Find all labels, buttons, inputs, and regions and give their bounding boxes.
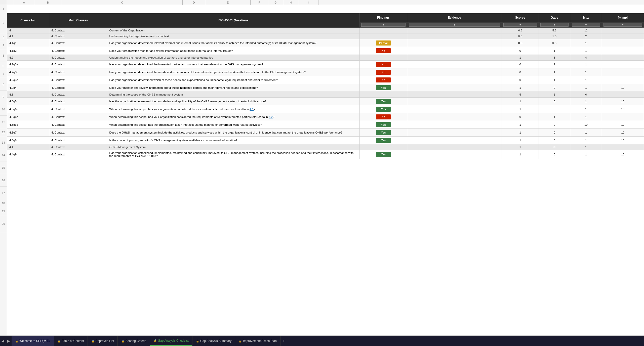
cell-impl: 10 bbox=[602, 129, 644, 137]
col-header-e: E bbox=[205, 0, 251, 5]
header-max: Max bbox=[570, 13, 602, 22]
scores-filter-btn[interactable]: ▼ bbox=[503, 23, 537, 27]
filter-impl[interactable]: ▼ bbox=[602, 22, 644, 28]
cell-main-clause: 4. Context bbox=[49, 105, 107, 113]
finding-badge-partial: Partial bbox=[376, 40, 391, 46]
cell-gap: 1 bbox=[539, 92, 570, 98]
tab-nav-right[interactable]: ▶ bbox=[6, 336, 12, 346]
cell-evidence bbox=[407, 61, 502, 68]
cell-max: 1 bbox=[570, 39, 602, 47]
cell-score: 1 bbox=[502, 105, 539, 113]
filter-evidence[interactable]: ▼ bbox=[407, 22, 502, 28]
table-scroll-area[interactable]: Clause No. Main Clauses ISO 45001 Questi… bbox=[7, 5, 644, 335]
cell-max: 6 bbox=[570, 92, 602, 98]
header-row-main: Clause No. Main Clauses ISO 45001 Questi… bbox=[7, 13, 644, 22]
filter-findings[interactable]: ▼ bbox=[360, 22, 407, 28]
cell-main-clause: 4. Context bbox=[49, 92, 107, 98]
table-row: 4.1 4. Context Understanding the organiz… bbox=[7, 33, 644, 39]
cell-evidence bbox=[407, 28, 502, 33]
col-header-g: G bbox=[268, 0, 283, 5]
tab-improvement-action-plan[interactable]: 🔒 Improvement Action Plan bbox=[235, 336, 280, 346]
header-main-clauses: Main Clauses bbox=[49, 13, 107, 28]
cell-main-clause: 4. Context bbox=[49, 33, 107, 39]
cell-question: Has your organization determined the int… bbox=[107, 61, 360, 68]
col-header-d: D bbox=[183, 0, 205, 5]
table-row: 4.2q3b 4. Context Has your organization … bbox=[7, 68, 644, 76]
cell-max: 1 bbox=[570, 68, 602, 76]
cell-question: Understanding the needs and expectation … bbox=[107, 55, 360, 61]
cell-impl bbox=[602, 33, 644, 39]
cell-finding: No bbox=[360, 47, 407, 55]
cell-clause-no: 4.2 bbox=[7, 55, 49, 61]
table-row: 4.3q7 4. Context Does the OH&S managemen… bbox=[7, 129, 644, 137]
cell-main-clause: 4. Context bbox=[49, 129, 107, 137]
table-row: 4.4q9 4. Context Has your organization e… bbox=[7, 150, 644, 159]
filter-max[interactable]: ▼ bbox=[570, 22, 602, 28]
header-scores: Scores bbox=[502, 13, 539, 22]
impl-filter-btn[interactable]: ▼ bbox=[603, 23, 642, 27]
lock-icon: 🔒 bbox=[196, 340, 199, 342]
cell-gap: 3 bbox=[539, 55, 570, 61]
filter-gaps[interactable]: ▼ bbox=[539, 22, 570, 28]
cell-gap: 0 bbox=[539, 144, 570, 150]
cell-finding: No bbox=[360, 76, 407, 84]
finding-badge-no: No bbox=[376, 62, 391, 67]
cell-finding bbox=[360, 33, 407, 39]
cell-max: 1 bbox=[570, 76, 602, 84]
link-4-2[interactable]: 4.2 bbox=[269, 115, 273, 118]
tab-approved-label: Approved List bbox=[96, 339, 114, 343]
cell-gap: 1 bbox=[539, 61, 570, 68]
cell-max: 1 bbox=[570, 47, 602, 55]
gaps-filter-btn[interactable]: ▼ bbox=[540, 23, 569, 27]
add-sheet-button[interactable]: + bbox=[280, 336, 287, 346]
evidence-filter-btn[interactable]: ▼ bbox=[409, 23, 500, 27]
tab-welcome[interactable]: 🔒 Welcome to SHEQXEL bbox=[12, 336, 54, 346]
cell-finding: Partial bbox=[360, 39, 407, 47]
tab-welcome-label: Welcome to SHEQXEL bbox=[19, 339, 50, 343]
tab-nav-left[interactable]: ◀ bbox=[0, 336, 6, 346]
cell-main-clause: 4. Context bbox=[49, 76, 107, 84]
cell-impl: 10 bbox=[602, 105, 644, 113]
lock-icon: 🔒 bbox=[121, 340, 124, 342]
cell-impl bbox=[602, 61, 644, 68]
cell-score: 1 bbox=[502, 55, 539, 61]
cell-score: 0 bbox=[502, 76, 539, 84]
cell-evidence bbox=[407, 129, 502, 137]
cell-question: When determining this scope, has the org… bbox=[107, 121, 360, 129]
max-filter-btn[interactable]: ▼ bbox=[572, 23, 600, 27]
cell-main-clause: 4. Context bbox=[49, 144, 107, 150]
cell-finding: Yes bbox=[360, 98, 407, 105]
cell-finding bbox=[360, 55, 407, 61]
cell-main-clause: 4. Context bbox=[49, 61, 107, 68]
filter-scores[interactable]: ▼ bbox=[502, 22, 539, 28]
link-4-1[interactable]: 4.1 bbox=[250, 108, 254, 111]
cell-finding bbox=[360, 28, 407, 33]
findings-filter-btn[interactable]: ▼ bbox=[361, 23, 405, 27]
col-header-b: B bbox=[34, 0, 62, 5]
cell-score: 1 bbox=[502, 137, 539, 144]
table-row: 4.3q6c 4. Context When determining this … bbox=[7, 121, 644, 129]
cell-max: 1 bbox=[570, 144, 602, 150]
cell-finding: Yes bbox=[360, 105, 407, 113]
tab-approved-list[interactable]: 🔒 Approved List bbox=[88, 336, 118, 346]
cell-score: 5 bbox=[502, 92, 539, 98]
cell-evidence bbox=[407, 150, 502, 159]
cell-gap: 0 bbox=[539, 150, 570, 159]
table-row: 4.3 4. Context Determining the scope of … bbox=[7, 92, 644, 98]
finding-badge-no: No bbox=[376, 70, 391, 75]
cell-clause-no: 4.3q6b bbox=[7, 113, 49, 121]
col-header-a: A bbox=[14, 0, 34, 5]
cell-clause-no: 4.1q2 bbox=[7, 47, 49, 55]
cell-max: 1 bbox=[570, 105, 602, 113]
row-numbers: 1 2 3 4 5 6 7 8 9 10 11 12 13 14 15 16 1… bbox=[0, 5, 7, 335]
lock-icon: 🔒 bbox=[239, 340, 242, 342]
cell-clause-no: 4.2q3b bbox=[7, 68, 49, 76]
tab-gap-analysis-checklist[interactable]: 🔒 Gap Analysis Checklist bbox=[150, 336, 192, 346]
tab-gap-analysis-summary[interactable]: 🔒 Gap Analysis Summary bbox=[192, 336, 235, 346]
table-row: 4.3q5 4. Context Has the organization de… bbox=[7, 98, 644, 105]
header-iso-questions: ISO 45001 Questions bbox=[107, 13, 360, 28]
tab-scoring-criteria[interactable]: 🔒 Scoring Criteria bbox=[118, 336, 150, 346]
tab-table-of-content[interactable]: 🔒 Table of Content bbox=[54, 336, 88, 346]
cell-question: Does your organization monitor and revie… bbox=[107, 47, 360, 55]
tab-scoring-label: Scoring Criteria bbox=[126, 339, 146, 343]
